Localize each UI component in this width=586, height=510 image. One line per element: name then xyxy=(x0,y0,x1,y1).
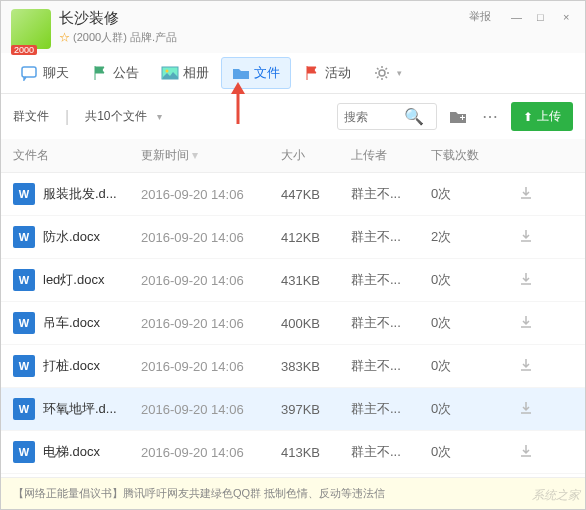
file-row[interactable]: W电梯.docx2016-09-20 14:06413KB群主不...0次 xyxy=(1,431,585,474)
file-row[interactable]: W防水.docx2016-09-20 14:06412KB群主不...2次 xyxy=(1,216,585,259)
file-uploader: 群主不... xyxy=(351,443,431,461)
doc-icon: W xyxy=(13,355,35,377)
file-time: 2016-09-20 14:06 xyxy=(141,187,281,202)
minimize-button[interactable]: — xyxy=(511,11,523,23)
col-header-size[interactable]: 大小 xyxy=(281,147,351,164)
group-meta-text: (2000人群) 品牌.产品 xyxy=(73,31,177,43)
file-toolbar: 群文件 | 共10个文件 ▾ 🔍 ⋯ ⬆ 上传 xyxy=(1,94,585,139)
tab-bar: 聊天公告相册文件活动▾ xyxy=(1,53,585,94)
report-link[interactable]: 举报 xyxy=(469,9,491,24)
group-avatar[interactable]: 2000 xyxy=(11,9,51,49)
folder-icon xyxy=(232,64,250,82)
download-icon[interactable] xyxy=(511,186,541,203)
chat-icon xyxy=(21,64,39,82)
file-time: 2016-09-20 14:06 xyxy=(141,402,281,417)
search-icon[interactable]: 🔍 xyxy=(404,107,424,126)
file-size: 413KB xyxy=(281,445,351,460)
tab-gear[interactable]: ▾ xyxy=(363,58,412,88)
file-downloads: 2次 xyxy=(431,228,511,246)
tab-label: 活动 xyxy=(325,64,351,82)
file-row[interactable]: Wled灯.docx2016-09-20 14:06431KB群主不...0次 xyxy=(1,259,585,302)
file-size: 431KB xyxy=(281,273,351,288)
download-icon[interactable] xyxy=(511,229,541,246)
tab-folder[interactable]: 文件 xyxy=(221,57,291,89)
file-row[interactable]: W打桩.docx2016-09-20 14:06383KB群主不...0次 xyxy=(1,345,585,388)
file-downloads: 0次 xyxy=(431,314,511,332)
flag-red-icon xyxy=(303,64,321,82)
file-row[interactable]: W服装批发.d...2016-09-20 14:06447KB群主不...0次 xyxy=(1,173,585,216)
download-icon[interactable] xyxy=(511,358,541,375)
title-area: 长沙装修 ☆ (2000人群) 品牌.产品 xyxy=(59,9,469,45)
upload-icon: ⬆ xyxy=(523,110,533,124)
titlebar: 2000 长沙装修 ☆ (2000人群) 品牌.产品 举报 — □ × xyxy=(1,1,585,53)
svg-point-2 xyxy=(166,70,169,73)
col-header-time[interactable]: 更新时间 ▾ xyxy=(141,147,281,164)
file-count: 共10个文件 xyxy=(85,108,146,125)
file-name: 服装批发.d... xyxy=(43,185,141,203)
gear-icon xyxy=(373,64,391,82)
file-list: W服装批发.d...2016-09-20 14:06447KB群主不...0次W… xyxy=(1,173,585,477)
new-folder-icon[interactable] xyxy=(447,106,469,128)
search-input[interactable] xyxy=(344,110,404,124)
app-window: 2000 长沙装修 ☆ (2000人群) 品牌.产品 举报 — □ × 聊天公告… xyxy=(0,0,586,510)
maximize-button[interactable]: □ xyxy=(537,11,549,23)
chevron-down-icon[interactable]: ▾ xyxy=(157,111,162,122)
file-uploader: 群主不... xyxy=(351,228,431,246)
close-button[interactable]: × xyxy=(563,11,575,23)
file-name: 电梯.docx xyxy=(43,443,141,461)
doc-icon: W xyxy=(13,398,35,420)
upload-button[interactable]: ⬆ 上传 xyxy=(511,102,573,131)
file-time: 2016-09-20 14:06 xyxy=(141,359,281,374)
file-name: led灯.docx xyxy=(43,271,141,289)
file-name: 环氧地坪.d... xyxy=(43,400,141,418)
tab-chat[interactable]: 聊天 xyxy=(11,58,79,88)
file-uploader: 群主不... xyxy=(351,314,431,332)
breadcrumb-sep: | xyxy=(65,108,69,126)
tab-label: 相册 xyxy=(183,64,209,82)
file-uploader: 群主不... xyxy=(351,185,431,203)
file-downloads: 0次 xyxy=(431,185,511,203)
doc-icon: W xyxy=(13,226,35,248)
doc-icon: W xyxy=(13,312,35,334)
group-name: 长沙装修 xyxy=(59,9,469,28)
tab-label: 文件 xyxy=(254,64,280,82)
tab-flag[interactable]: 公告 xyxy=(81,58,149,88)
footer-notice[interactable]: 【网络正能量倡议书】腾讯呼吁网友共建绿色QQ群 抵制色情、反动等违法信 xyxy=(1,477,585,509)
tab-image[interactable]: 相册 xyxy=(151,58,219,88)
file-row[interactable]: W吊车.docx2016-09-20 14:06400KB群主不...0次 xyxy=(1,302,585,345)
group-meta: ☆ (2000人群) 品牌.产品 xyxy=(59,30,469,45)
file-downloads: 0次 xyxy=(431,357,511,375)
window-controls: 举报 — □ × xyxy=(469,9,575,24)
file-row[interactable]: W环氧地坪.d...2016-09-20 14:06397KB群主不...0次 xyxy=(1,388,585,431)
avatar-badge: 2000 xyxy=(11,45,37,55)
file-size: 383KB xyxy=(281,359,351,374)
file-size: 412KB xyxy=(281,230,351,245)
file-size: 400KB xyxy=(281,316,351,331)
file-uploader: 群主不... xyxy=(351,357,431,375)
doc-icon: W xyxy=(13,269,35,291)
file-downloads: 0次 xyxy=(431,400,511,418)
tab-flag-red[interactable]: 活动 xyxy=(293,58,361,88)
download-icon[interactable] xyxy=(511,444,541,461)
table-header: 文件名 更新时间 ▾ 大小 上传者 下载次数 xyxy=(1,139,585,173)
download-icon[interactable] xyxy=(511,315,541,332)
download-icon[interactable] xyxy=(511,272,541,289)
col-header-downloads[interactable]: 下载次数 xyxy=(431,147,511,164)
download-icon[interactable] xyxy=(511,401,541,418)
file-time: 2016-09-20 14:06 xyxy=(141,445,281,460)
svg-rect-0 xyxy=(22,67,36,77)
image-icon xyxy=(161,64,179,82)
col-header-uploader[interactable]: 上传者 xyxy=(351,147,431,164)
file-uploader: 群主不... xyxy=(351,400,431,418)
file-time: 2016-09-20 14:06 xyxy=(141,316,281,331)
col-header-name[interactable]: 文件名 xyxy=(13,147,141,164)
search-box[interactable]: 🔍 xyxy=(337,103,437,130)
chevron-down-icon: ▾ xyxy=(397,68,402,78)
file-name: 打桩.docx xyxy=(43,357,141,375)
file-uploader: 群主不... xyxy=(351,271,431,289)
more-icon[interactable]: ⋯ xyxy=(479,106,501,128)
file-time: 2016-09-20 14:06 xyxy=(141,230,281,245)
tab-label: 公告 xyxy=(113,64,139,82)
doc-icon: W xyxy=(13,183,35,205)
breadcrumb-root[interactable]: 群文件 xyxy=(13,108,49,125)
